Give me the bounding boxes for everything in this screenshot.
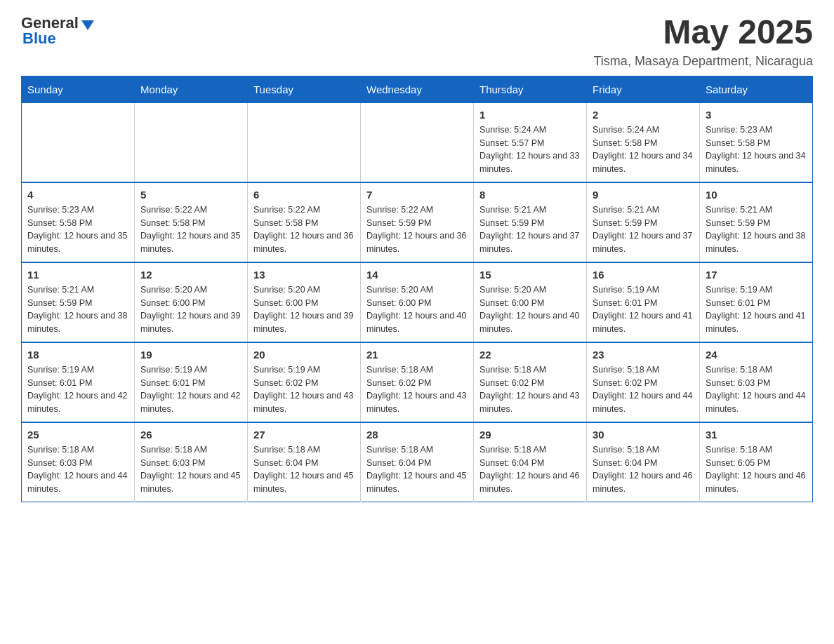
- day-number: 7: [366, 189, 468, 201]
- day-number: 1: [479, 109, 581, 121]
- calendar-table: SundayMondayTuesdayWednesdayThursdayFrid…: [21, 76, 813, 502]
- header-monday: Monday: [135, 76, 248, 102]
- day-info: Sunrise: 5:19 AMSunset: 6:01 PMDaylight:…: [593, 283, 694, 336]
- day-info: Sunrise: 5:20 AMSunset: 6:00 PMDaylight:…: [479, 283, 581, 336]
- calendar-cell: [248, 102, 361, 182]
- header-tuesday: Tuesday: [248, 76, 361, 102]
- day-number: 24: [706, 349, 807, 361]
- day-info: Sunrise: 5:19 AMSunset: 6:02 PMDaylight:…: [253, 363, 355, 416]
- calendar-cell: 23Sunrise: 5:18 AMSunset: 6:02 PMDayligh…: [587, 342, 700, 422]
- day-number: 8: [479, 189, 581, 201]
- day-number: 15: [479, 269, 581, 281]
- month-year-title: May 2025: [594, 14, 813, 51]
- calendar-cell: 4Sunrise: 5:23 AMSunset: 5:58 PMDaylight…: [22, 182, 135, 262]
- calendar-cell: 26Sunrise: 5:18 AMSunset: 6:03 PMDayligh…: [135, 422, 248, 502]
- calendar-cell: 25Sunrise: 5:18 AMSunset: 6:03 PMDayligh…: [22, 422, 135, 502]
- day-info: Sunrise: 5:22 AMSunset: 5:58 PMDaylight:…: [140, 203, 241, 256]
- day-info: Sunrise: 5:22 AMSunset: 5:58 PMDaylight:…: [253, 203, 355, 256]
- calendar-cell: [361, 102, 474, 182]
- day-number: 10: [706, 189, 807, 201]
- calendar-cell: 2Sunrise: 5:24 AMSunset: 5:58 PMDaylight…: [587, 102, 700, 182]
- day-number: 6: [253, 189, 355, 201]
- day-info: Sunrise: 5:18 AMSunset: 6:03 PMDaylight:…: [706, 363, 807, 416]
- day-info: Sunrise: 5:19 AMSunset: 6:01 PMDaylight:…: [140, 363, 241, 416]
- day-info: Sunrise: 5:18 AMSunset: 6:05 PMDaylight:…: [706, 443, 807, 496]
- calendar-cell: 3Sunrise: 5:23 AMSunset: 5:58 PMDaylight…: [700, 102, 813, 182]
- header-wednesday: Wednesday: [361, 76, 474, 102]
- day-number: 26: [140, 429, 241, 441]
- day-number: 27: [253, 429, 355, 441]
- calendar-cell: 12Sunrise: 5:20 AMSunset: 6:00 PMDayligh…: [135, 262, 248, 342]
- logo-triangle-icon: [81, 20, 94, 30]
- day-info: Sunrise: 5:23 AMSunset: 5:58 PMDaylight:…: [27, 203, 128, 256]
- calendar-cell: [135, 102, 248, 182]
- calendar-cell: 21Sunrise: 5:18 AMSunset: 6:02 PMDayligh…: [361, 342, 474, 422]
- day-number: 4: [27, 189, 128, 201]
- calendar-cell: 15Sunrise: 5:20 AMSunset: 6:00 PMDayligh…: [474, 262, 587, 342]
- day-number: 23: [593, 349, 694, 361]
- day-info: Sunrise: 5:22 AMSunset: 5:59 PMDaylight:…: [366, 203, 468, 256]
- day-number: 28: [366, 429, 468, 441]
- day-info: Sunrise: 5:18 AMSunset: 6:02 PMDaylight:…: [593, 363, 694, 416]
- calendar-cell: 5Sunrise: 5:22 AMSunset: 5:58 PMDaylight…: [135, 182, 248, 262]
- day-number: 5: [140, 189, 241, 201]
- calendar-cell: 10Sunrise: 5:21 AMSunset: 5:59 PMDayligh…: [700, 182, 813, 262]
- logo: General Blue: [21, 14, 94, 48]
- day-info: Sunrise: 5:18 AMSunset: 6:03 PMDaylight:…: [27, 443, 128, 496]
- location-subtitle: Tisma, Masaya Department, Nicaragua: [594, 54, 813, 69]
- week-row-1: 1Sunrise: 5:24 AMSunset: 5:57 PMDaylight…: [22, 102, 813, 182]
- calendar-cell: 14Sunrise: 5:20 AMSunset: 6:00 PMDayligh…: [361, 262, 474, 342]
- day-number: 16: [593, 269, 694, 281]
- day-number: 29: [479, 429, 581, 441]
- day-number: 12: [140, 269, 241, 281]
- day-number: 30: [593, 429, 694, 441]
- day-info: Sunrise: 5:18 AMSunset: 6:04 PMDaylight:…: [366, 443, 468, 496]
- day-number: 22: [479, 349, 581, 361]
- day-info: Sunrise: 5:18 AMSunset: 6:03 PMDaylight:…: [140, 443, 241, 496]
- calendar-cell: 18Sunrise: 5:19 AMSunset: 6:01 PMDayligh…: [22, 342, 135, 422]
- calendar-cell: 22Sunrise: 5:18 AMSunset: 6:02 PMDayligh…: [474, 342, 587, 422]
- calendar-cell: 13Sunrise: 5:20 AMSunset: 6:00 PMDayligh…: [248, 262, 361, 342]
- page-header: General Blue May 2025 Tisma, Masaya Depa…: [21, 14, 813, 69]
- day-number: 11: [27, 269, 128, 281]
- day-info: Sunrise: 5:18 AMSunset: 6:02 PMDaylight:…: [366, 363, 468, 416]
- day-info: Sunrise: 5:21 AMSunset: 5:59 PMDaylight:…: [27, 283, 128, 336]
- week-row-5: 25Sunrise: 5:18 AMSunset: 6:03 PMDayligh…: [22, 422, 813, 502]
- day-number: 2: [593, 109, 694, 121]
- calendar-cell: 19Sunrise: 5:19 AMSunset: 6:01 PMDayligh…: [135, 342, 248, 422]
- calendar-cell: 31Sunrise: 5:18 AMSunset: 6:05 PMDayligh…: [700, 422, 813, 502]
- calendar-cell: [22, 102, 135, 182]
- day-info: Sunrise: 5:19 AMSunset: 6:01 PMDaylight:…: [27, 363, 128, 416]
- day-info: Sunrise: 5:20 AMSunset: 6:00 PMDaylight:…: [253, 283, 355, 336]
- calendar-header-row: SundayMondayTuesdayWednesdayThursdayFrid…: [22, 76, 813, 102]
- day-info: Sunrise: 5:21 AMSunset: 5:59 PMDaylight:…: [593, 203, 694, 256]
- header-saturday: Saturday: [700, 76, 813, 102]
- calendar-cell: 30Sunrise: 5:18 AMSunset: 6:04 PMDayligh…: [587, 422, 700, 502]
- day-number: 13: [253, 269, 355, 281]
- day-info: Sunrise: 5:18 AMSunset: 6:04 PMDaylight:…: [593, 443, 694, 496]
- day-info: Sunrise: 5:24 AMSunset: 5:57 PMDaylight:…: [479, 123, 581, 176]
- day-number: 31: [706, 429, 807, 441]
- calendar-cell: 1Sunrise: 5:24 AMSunset: 5:57 PMDaylight…: [474, 102, 587, 182]
- day-number: 18: [27, 349, 128, 361]
- calendar-cell: 27Sunrise: 5:18 AMSunset: 6:04 PMDayligh…: [248, 422, 361, 502]
- day-number: 19: [140, 349, 241, 361]
- day-info: Sunrise: 5:21 AMSunset: 5:59 PMDaylight:…: [706, 203, 807, 256]
- day-number: 9: [593, 189, 694, 201]
- day-number: 25: [27, 429, 128, 441]
- day-info: Sunrise: 5:18 AMSunset: 6:04 PMDaylight:…: [253, 443, 355, 496]
- calendar-cell: 7Sunrise: 5:22 AMSunset: 5:59 PMDaylight…: [361, 182, 474, 262]
- calendar-cell: 24Sunrise: 5:18 AMSunset: 6:03 PMDayligh…: [700, 342, 813, 422]
- week-row-4: 18Sunrise: 5:19 AMSunset: 6:01 PMDayligh…: [22, 342, 813, 422]
- day-info: Sunrise: 5:23 AMSunset: 5:58 PMDaylight:…: [706, 123, 807, 176]
- header-sunday: Sunday: [22, 76, 135, 102]
- header-friday: Friday: [587, 76, 700, 102]
- day-number: 21: [366, 349, 468, 361]
- day-info: Sunrise: 5:21 AMSunset: 5:59 PMDaylight:…: [479, 203, 581, 256]
- calendar-cell: 16Sunrise: 5:19 AMSunset: 6:01 PMDayligh…: [587, 262, 700, 342]
- calendar-cell: 8Sunrise: 5:21 AMSunset: 5:59 PMDaylight…: [474, 182, 587, 262]
- calendar-cell: 29Sunrise: 5:18 AMSunset: 6:04 PMDayligh…: [474, 422, 587, 502]
- day-number: 14: [366, 269, 468, 281]
- header-thursday: Thursday: [474, 76, 587, 102]
- day-info: Sunrise: 5:18 AMSunset: 6:02 PMDaylight:…: [479, 363, 581, 416]
